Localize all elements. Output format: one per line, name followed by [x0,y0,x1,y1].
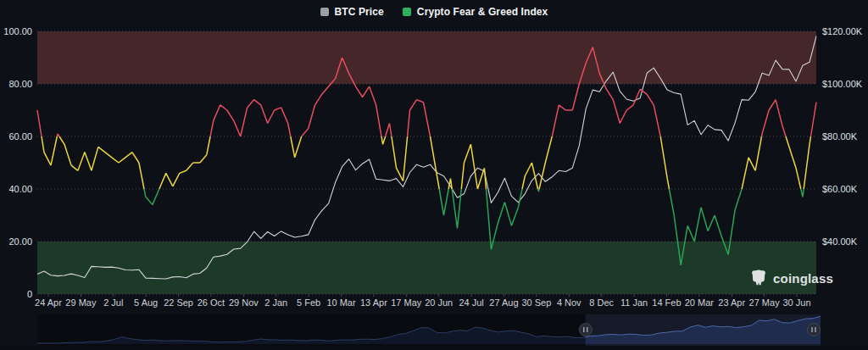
coinglass-fear-greed-chart: BTC Price Crypto Fear & Greed Index 100.… [0,0,868,350]
x-axis-label: 30 Jun [782,297,810,308]
legend-item-fear-greed[interactable]: Crypto Fear & Greed Index [403,6,548,18]
x-axis-label: 10 Mar [326,297,356,308]
x-axis-label: 5 Feb [297,297,320,308]
x-axis-label: 24 Jul [459,297,483,308]
navigator-right-handle[interactable] [808,324,821,336]
x-axis-label: 27 May [749,297,781,308]
navigator-left-handle[interactable] [579,324,592,336]
y-axis-left-label: 40.00 [8,184,32,194]
x-axis-label: 17 May [391,297,422,308]
x-axis-label: 23 Apr [718,297,745,308]
extreme-fear-band [37,242,816,294]
range-navigator[interactable] [37,314,821,346]
x-axis-label: 14 Feb [652,297,681,308]
legend-label-fear-greed: Crypto Fear & Greed Index [417,6,548,18]
y-axis-left-label: 0 [27,289,32,299]
x-axis-label: 22 Sep [164,297,193,308]
x-axis-label: 20 Jun [425,297,453,308]
y-axis-left-label: 20.00 [8,236,32,247]
x-axis-label: 24 Apr [35,297,62,308]
x-axis-label: 27 Aug [489,297,518,308]
x-axis-label: 20 Mar [685,297,715,308]
fear-greed-swatch-icon [403,8,411,16]
main-chart-plot[interactable]: 100.0080.0060.0040.0020.000$120.00K$100.… [0,0,868,312]
y-axis-left-label: 80.00 [8,79,32,89]
x-axis-label: 5 Aug [134,297,158,308]
fear-greed-line-yellow-segments [42,136,811,189]
extreme-greed-band [37,31,816,84]
y-axis-left-label: 100.00 [3,26,32,36]
btc-price-swatch-icon [320,8,329,16]
x-axis-label: 13 Apr [360,297,387,308]
x-axis-label: 2 Jan [264,297,287,308]
y-axis-right-label: $80.00K [822,131,858,142]
x-axis-label: 29 May [65,297,97,308]
navigator-selected-window[interactable] [586,314,821,346]
navigator-unselected-mask [37,314,586,346]
x-axis-label: 8 Dec [589,297,614,308]
y-axis-right-label: $120.00K [822,26,863,36]
y-axis-right-label: $60.00K [822,184,858,194]
x-axis-label: 29 Nov [229,297,259,308]
y-axis-right-label: $100.00K [822,79,863,89]
footer-strip [0,346,868,350]
x-axis-label: 26 Oct [198,297,225,308]
x-axis-label: 2 Jul [103,297,123,308]
x-axis-label: 4 Nov [557,297,581,308]
chart-legend: BTC Price Crypto Fear & Greed Index [0,6,868,18]
y-axis-right-label: $40.00K [822,236,858,247]
x-axis-label: 30 Sep [521,297,551,308]
legend-label-btc-price: BTC Price [335,6,384,18]
x-axis-label: 11 Jan [620,297,648,308]
legend-item-btc-price[interactable]: BTC Price [320,6,384,18]
y-axis-left-label: 60.00 [8,131,32,142]
